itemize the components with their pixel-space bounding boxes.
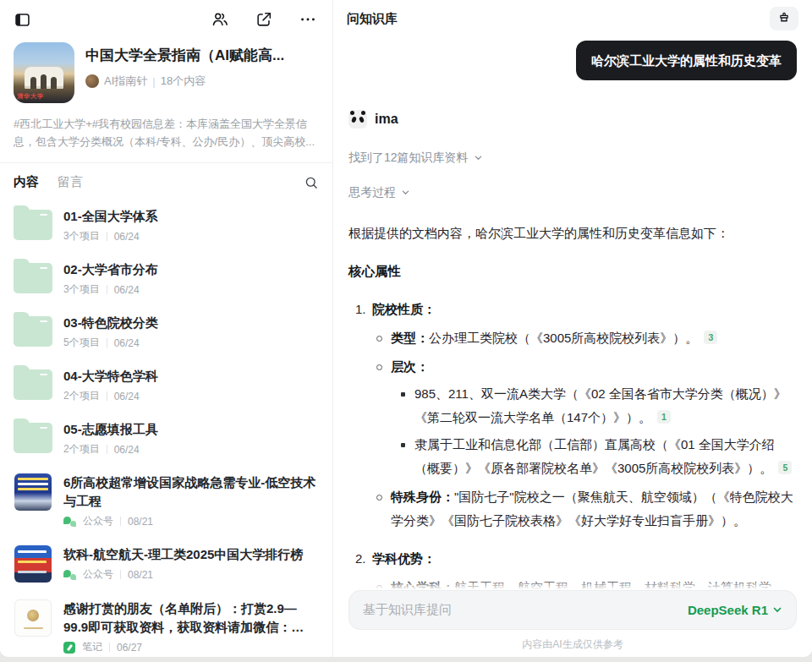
answer-intro: 根据提供的文档内容，哈尔滨工业大学的属性和历史变革信息如下：	[348, 222, 797, 245]
share-button[interactable]	[255, 10, 273, 29]
more-button[interactable]	[299, 10, 317, 29]
answer-section-heading: 核心属性	[348, 260, 797, 283]
cover-caption: 清华大学	[17, 92, 44, 101]
sidebar-tabs: 内容 留言	[0, 163, 332, 194]
sources-toggle-label: 找到了12篇知识库资料	[348, 150, 469, 166]
chevron-down-icon	[401, 186, 410, 200]
model-name: DeepSeek R1	[688, 603, 768, 617]
clear-context-button[interactable]	[770, 7, 798, 30]
folder-icon	[14, 263, 52, 293]
content-count: 18个内容	[161, 74, 206, 89]
item-date: 06/27	[117, 642, 142, 654]
panel-toggle-icon	[14, 11, 31, 29]
note-icon	[63, 642, 75, 654]
model-selector[interactable]: DeepSeek R1	[688, 603, 782, 617]
list-item-article-2[interactable]: 软科-航空航天-理工类2025中国大学排行榜 公众号08/21	[0, 537, 332, 591]
item-date: 06/24	[114, 391, 140, 402]
item-count: 2个项目	[63, 442, 100, 457]
chat-title: 问知识库	[347, 11, 398, 27]
item-date: 06/24	[114, 337, 140, 349]
item-date: 08/21	[128, 516, 153, 528]
folder-icon	[14, 210, 52, 240]
list-item-folder-04[interactable]: 04-大学特色学科 2个项目06/24	[0, 358, 332, 412]
sidebar-topbar	[0, 0, 332, 36]
item-source: 公众号	[83, 514, 113, 528]
item-title: 03-特色院校分类	[63, 314, 319, 332]
search-button[interactable]	[304, 175, 319, 190]
user-message-bubble: 哈尔滨工业大学的属性和历史变革	[576, 41, 797, 80]
author-avatar	[85, 74, 99, 88]
panda-avatar-icon	[348, 110, 367, 129]
item-source: 公众号	[83, 567, 113, 582]
answer-list-item: 类型：公办理工类院校（《3005所高校院校列表》）。3	[348, 326, 797, 350]
item-title: 6所高校超常增设国家战略急需专业-低空技术与工程	[63, 473, 319, 511]
item-count: 3个项目	[63, 229, 100, 243]
item-title: 04-大学特色学科	[63, 367, 319, 386]
item-count: 5个项目	[63, 336, 100, 350]
author-separator: |	[152, 75, 155, 88]
citation-badge[interactable]: 3	[704, 331, 717, 344]
item-date: 08/21	[128, 569, 153, 581]
input-placeholder: 基于知识库提问	[363, 602, 452, 618]
kb-description: #西北工业大学+#我有校园信息差：本库涵盖全国大学全景信息，包含大学分类概况（本…	[14, 115, 319, 150]
kb-header: 清华大学 中国大学全景指南（AI赋能高... AI指南针 | 18个内容	[0, 36, 332, 103]
list-item-article-1[interactable]: 6所高校超常增设国家战略急需专业-低空技术与工程 公众号08/21	[0, 465, 332, 537]
item-title: 02-大学省市分布	[63, 260, 319, 279]
kb-title: 中国大学全景指南（AI赋能高...	[85, 46, 284, 66]
wechat-icon	[63, 569, 76, 580]
content-list: 01-全国大学体系 3个项目06/24 02-大学省市分布 3个项目06/24 …	[0, 194, 332, 657]
members-button[interactable]	[211, 10, 229, 29]
citation-badge[interactable]: 5	[778, 461, 792, 474]
item-count: 2个项目	[63, 389, 100, 403]
note-thumbnail	[14, 599, 52, 637]
users-icon	[211, 10, 229, 29]
answer-list-item: 层次：	[348, 355, 797, 379]
article-thumbnail	[14, 545, 52, 583]
assistant-header: ima	[348, 107, 797, 131]
tab-content[interactable]: 内容	[14, 174, 39, 190]
chevron-down-icon	[474, 151, 483, 165]
answer-list-item: 特殊身份："国防七子"院校之一（聚焦航天、航空领域）（《特色院校大学分类》《国防…	[348, 485, 797, 533]
chevron-down-icon	[772, 603, 782, 617]
answer-list-item: 1.院校性质：	[348, 298, 797, 321]
article-thumbnail	[14, 473, 52, 511]
search-icon	[304, 175, 319, 190]
folder-icon	[14, 423, 52, 453]
thinking-toggle[interactable]: 思考过程	[348, 185, 410, 200]
ai-disclaimer: 内容由AI生成仅供参考	[348, 637, 797, 652]
tab-comments[interactable]: 留言	[58, 174, 83, 190]
kb-cover-image: 清华大学	[14, 42, 74, 103]
folder-icon	[14, 316, 52, 347]
item-title: 软科-航空航天-理工类2025中国大学排行榜	[63, 545, 319, 564]
sources-toggle[interactable]: 找到了12篇知识库资料	[348, 150, 483, 166]
answer-list-item: 2.学科优势：	[348, 547, 797, 571]
thinking-toggle-label: 思考过程	[348, 185, 396, 200]
item-count: 3个项目	[63, 282, 100, 297]
list-item-folder-02[interactable]: 02-大学省市分布 3个项目06/24	[0, 252, 332, 305]
wechat-icon	[63, 516, 76, 527]
share-icon	[255, 10, 273, 29]
answer-list-item: 隶属于工业和信息化部（工信部）直属高校（《01 全国大学介绍（概要）》《原各部署…	[348, 433, 797, 480]
chat-header: 问知识库	[333, 0, 812, 30]
chat-transcript: 哈尔滨工业大学的属性和历史变革 ima 找到了12篇知识库资料 思考过程 根据提…	[333, 34, 812, 657]
folder-icon	[14, 369, 52, 400]
item-title: 感谢打赏的朋友（名单附后）：打赏2.9—99.9即可获取资料，获取资料请加微信：…	[63, 599, 319, 637]
list-item-folder-03[interactable]: 03-特色院校分类 5个项目06/24	[0, 305, 332, 358]
item-date: 06/24	[114, 231, 140, 243]
sidebar-toggle-button[interactable]	[14, 11, 31, 29]
question-input[interactable]: 基于知识库提问 DeepSeek R1	[348, 590, 797, 630]
list-item-folder-01[interactable]: 01-全国大学体系 3个项目06/24	[0, 199, 332, 252]
citation-badge[interactable]: 1	[657, 410, 671, 424]
composer: 基于知识库提问 DeepSeek R1 内容由AI生成仅供参考	[333, 578, 812, 657]
gate-illustration	[25, 67, 63, 89]
item-date: 06/24	[114, 444, 140, 456]
ellipsis-icon	[299, 10, 317, 29]
answer-list-item: 985、211、双一流A类大学（《02 全国各省市大学分类（概况）》《第二轮双一…	[348, 382, 797, 429]
item-source: 笔记	[82, 640, 102, 654]
app-window: 清华大学 中国大学全景指南（AI赋能高... AI指南针 | 18个内容 #西北…	[0, 0, 812, 657]
list-item-folder-05[interactable]: 05-志愿填报工具 2个项目06/24	[0, 412, 332, 465]
ask-knowledge-base-pane: 问知识库 哈尔滨工业大学的属性和历史变革 ima 找到了12篇知识库资料 思考过…	[333, 0, 812, 657]
list-item-note-1[interactable]: 感谢打赏的朋友（名单附后）：打赏2.9—99.9即可获取资料，获取资料请加微信：…	[0, 591, 332, 657]
kb-author-row: AI指南针 | 18个内容	[85, 74, 284, 89]
knowledge-base-sidebar: 清华大学 中国大学全景指南（AI赋能高... AI指南针 | 18个内容 #西北…	[0, 0, 333, 657]
